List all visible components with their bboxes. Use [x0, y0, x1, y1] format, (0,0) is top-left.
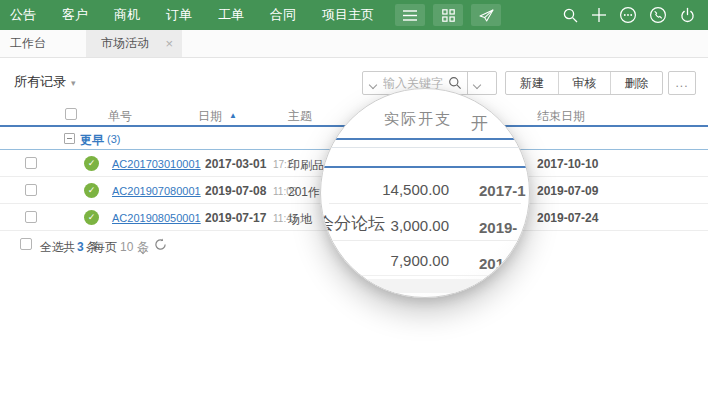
per-page-label: 每页	[93, 240, 117, 254]
tab-workbench[interactable]: 工作台	[0, 30, 86, 57]
record-number-link[interactable]: AC201908050001	[112, 212, 201, 224]
tab-bar: 工作台 市场活动 ×	[0, 30, 708, 58]
total-prefix: 共	[63, 240, 75, 254]
total-number: 3	[75, 240, 86, 254]
chevron-down-icon	[369, 81, 377, 89]
phone-circle-icon[interactable]	[649, 6, 667, 24]
nav-item-orders[interactable]: 订单	[153, 0, 205, 30]
nav-item-announcement[interactable]: 公告	[0, 0, 49, 30]
record-number-link[interactable]: AC201907080001	[112, 185, 201, 197]
lens-header-border	[321, 138, 529, 140]
row-checkbox[interactable]	[25, 157, 37, 169]
lens-expense-value: 3,000.00	[341, 217, 449, 234]
search-icon	[448, 76, 462, 90]
advanced-search-toggle[interactable]	[468, 78, 486, 88]
group-count: (3)	[107, 133, 120, 145]
column-header-end-date[interactable]: 结束日期	[537, 108, 585, 125]
more-actions-button[interactable]: ...	[668, 71, 696, 95]
footer-select-all-checkbox[interactable]	[20, 238, 32, 250]
more-circle-icon[interactable]	[619, 6, 637, 24]
lens-footer-band	[327, 279, 523, 293]
tab-market-activity[interactable]: 市场活动 ×	[86, 30, 182, 57]
paper-plane-icon	[479, 9, 494, 22]
view-filter-label: 所有记录	[14, 74, 66, 89]
send-button[interactable]	[471, 4, 501, 26]
row-checkbox[interactable]	[25, 184, 37, 196]
record-subject: 201作	[288, 184, 320, 201]
lens-partial-header: 开	[471, 112, 488, 135]
record-end-date: 2019-07-09	[537, 184, 598, 198]
search-submit[interactable]	[443, 76, 467, 90]
nav-item-contracts[interactable]: 合同	[257, 0, 309, 30]
record-end-date: 2019-07-24	[537, 211, 598, 225]
row-checkbox[interactable]	[25, 211, 37, 223]
tab-workbench-label: 工作台	[10, 36, 46, 50]
per-page-dropdown[interactable]	[140, 242, 146, 256]
nav-item-opportunities[interactable]: 商机	[101, 0, 153, 30]
column-header-subject[interactable]: 主题	[288, 108, 312, 125]
nav-item-workorders[interactable]: 工单	[205, 0, 257, 30]
record-date: 2017-03-01	[205, 157, 266, 171]
nav-item-project-home[interactable]: 项目主页	[309, 0, 387, 30]
lens-start-date-fragment: 2017-1	[479, 182, 526, 199]
chevron-down-icon	[473, 81, 481, 89]
chevron-down-icon	[139, 246, 147, 254]
record-subject: 场地	[288, 211, 312, 228]
search-icon[interactable]	[562, 7, 579, 24]
new-button[interactable]: 新建	[506, 72, 558, 94]
power-icon[interactable]	[679, 7, 696, 24]
select-all-checkbox[interactable]	[65, 108, 77, 120]
hamburger-icon	[403, 10, 417, 21]
lens-expense-value: 14,500.00	[341, 181, 449, 198]
top-navbar: 公告 客户 商机 订单 工单 合同 项目主页	[0, 0, 708, 30]
group-label: 更早	[80, 132, 104, 149]
lens-row-separator	[331, 275, 519, 276]
record-end-date: 2017-10-10	[537, 157, 598, 171]
apps-grid-button[interactable]	[433, 4, 463, 26]
lens-row-separator	[329, 240, 521, 241]
nav-item-customers[interactable]: 客户	[49, 0, 101, 30]
lens-start-date-fragment: 201	[479, 255, 504, 272]
refresh-button[interactable]	[154, 238, 167, 254]
select-all-label[interactable]: 全选	[40, 239, 64, 256]
column-header-no[interactable]: 单号	[108, 108, 132, 125]
close-icon[interactable]: ×	[165, 30, 173, 57]
action-button-group: 新建 审核 删除	[505, 71, 663, 95]
navbar-right-icons	[562, 6, 708, 24]
sort-asc-icon: ▲	[229, 111, 237, 120]
delete-button[interactable]: 删除	[610, 72, 662, 94]
collapse-icon[interactable]	[64, 133, 75, 144]
crm-window: 公告 客户 商机 订单 工单 合同 项目主页 工作台 市场活动 ×	[0, 0, 708, 420]
lens-row-separator	[329, 203, 521, 204]
plus-icon[interactable]	[591, 7, 607, 23]
view-filter-dropdown[interactable]: 所有记录▾	[14, 73, 76, 91]
lens-expense-value: 7,900.00	[341, 252, 449, 269]
column-header-date[interactable]: 日期	[198, 108, 222, 125]
lens-group-border	[321, 166, 529, 168]
record-date: 2019-07-08	[205, 184, 266, 198]
lens-divider	[321, 147, 529, 148]
record-number-link[interactable]: AC201703010001	[112, 158, 201, 170]
record-subject: 印刷品	[288, 157, 324, 174]
caret-down-icon: ▾	[71, 78, 76, 88]
list-toolbar: 所有记录▾ 新建 审核 删除 ...	[0, 58, 708, 103]
lens-column-header: 实际开支	[384, 110, 452, 129]
audit-button[interactable]: 审核	[558, 72, 610, 94]
menu-list-button[interactable]	[395, 4, 425, 26]
search-field-selector[interactable]	[363, 78, 383, 88]
grid-icon	[442, 9, 455, 22]
approved-check-icon	[84, 183, 99, 198]
magnifier-lens: 实际开支 开 14,500.00 2017-1 会分论坛 3,000.00 20…	[320, 88, 530, 298]
lens-start-date-fragment: 2019-	[479, 219, 517, 236]
tab-market-activity-label: 市场活动	[101, 30, 149, 57]
approved-check-icon	[84, 156, 99, 171]
approved-check-icon	[84, 210, 99, 225]
record-date: 2019-07-17	[205, 211, 266, 225]
refresh-icon	[154, 238, 167, 251]
